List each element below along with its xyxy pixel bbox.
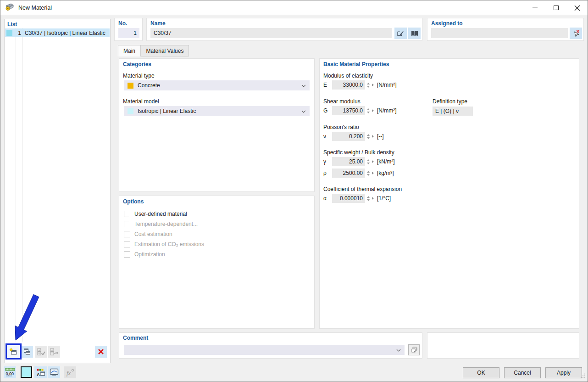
definition-type-field: E | (G) | ν — [433, 107, 473, 116]
resize-grip[interactable] — [581, 373, 586, 380]
apply-button[interactable]: Apply — [545, 367, 582, 378]
shear-row: G 13750.0 [N/mm²] — [323, 106, 397, 115]
formula-button[interactable]: fx — [64, 366, 76, 378]
minimize-button[interactable] — [524, 0, 545, 15]
gamma-row: γ 25.00 [kN/m³] — [323, 157, 395, 166]
material-color-swatch — [6, 30, 12, 36]
material-model-label: Material model — [123, 98, 159, 105]
list-item-material-1[interactable]: 1 C30/37 | Isotropic | Linear Elastic — [5, 28, 110, 37]
detach-arrow-icon[interactable] — [372, 197, 374, 200]
comment-title: Comment — [123, 335, 148, 341]
shear-input[interactable]: 13750.0 — [332, 106, 365, 115]
number-panel: No. 1 — [114, 18, 143, 41]
edit-pencil-icon — [397, 30, 405, 37]
spinner-arrows[interactable] — [367, 134, 370, 139]
spinner-arrows[interactable] — [367, 108, 370, 113]
model-color-swatch — [128, 108, 133, 114]
spinner-arrows[interactable] — [367, 196, 370, 201]
cancel-button[interactable]: Cancel — [504, 367, 541, 378]
symbol-G: G — [323, 107, 332, 114]
properties-title: Basic Material Properties — [323, 61, 389, 67]
chevron-down-icon — [301, 108, 306, 114]
options-title: Options — [123, 198, 144, 205]
detach-arrow-icon[interactable] — [372, 172, 374, 174]
modulus-row: E 33000.0 [N/mm²] — [323, 80, 397, 90]
detach-arrow-icon[interactable] — [372, 109, 374, 112]
spinner-arrows[interactable] — [367, 159, 370, 164]
ok-button[interactable]: OK — [463, 367, 499, 378]
checkbox-co2-estimation: Estimation of CO₂ emissions — [124, 241, 204, 248]
stacked-pages-icon — [410, 346, 418, 354]
thermal-input[interactable]: 0.000010 — [332, 194, 365, 203]
spinner-arrows[interactable] — [367, 171, 370, 176]
material-type-dropdown[interactable]: Concrete — [124, 80, 310, 90]
spinner-arrows[interactable] — [367, 83, 370, 88]
detach-arrow-icon[interactable] — [372, 160, 374, 163]
thermal-label: Coefficient of thermal expansion — [323, 186, 402, 192]
units-decimal-places-button[interactable]: 0,00 — [4, 366, 16, 378]
titlebar: New Material — [0, 0, 588, 15]
shear-unit: [N/mm²] — [377, 107, 397, 114]
copy-material-button[interactable] — [21, 346, 33, 358]
gamma-input[interactable]: 25.00 — [332, 157, 365, 166]
material-color-picker-button[interactable] — [21, 366, 32, 378]
tab-main[interactable]: Main — [118, 45, 141, 56]
concrete-color-swatch — [128, 83, 133, 89]
invert-selection-button[interactable] — [48, 346, 60, 358]
detach-arrow-icon[interactable] — [372, 135, 374, 138]
checkboxes-refresh-icon — [50, 348, 58, 355]
checkbox-cost-estimation: Cost estimation — [124, 230, 172, 238]
checkbox-icon — [124, 251, 130, 258]
color-scheme-icon: A — [36, 368, 45, 376]
select-assigned-objects-button[interactable] — [570, 28, 582, 39]
delete-material-button[interactable] — [95, 346, 107, 358]
assigned-to-field[interactable] — [431, 28, 568, 38]
material-name-field[interactable]: C30/37 — [150, 28, 392, 38]
list-column-divider — [22, 28, 22, 342]
select-all-button[interactable] — [35, 346, 47, 358]
checkbox-label: User-defined material — [134, 211, 187, 217]
gamma-unit: [kN/m³] — [377, 158, 395, 165]
list-column-divider — [16, 28, 16, 342]
comment-templates-button[interactable] — [408, 344, 420, 355]
list-header: List — [7, 21, 17, 28]
checkbox-icon[interactable] — [124, 211, 130, 217]
rho-unit: [kg/m³] — [377, 170, 394, 176]
symbol-nu: ν — [323, 133, 332, 140]
material-model-value: Isotropic | Linear Elastic — [138, 108, 196, 114]
thermal-row: α 0.000010 [1/°C] — [323, 194, 391, 203]
rename-material-button[interactable] — [394, 28, 407, 39]
comment-combobox[interactable] — [124, 345, 405, 355]
name-label: Name — [150, 20, 166, 27]
chevron-down-icon — [396, 347, 401, 353]
fx-function-icon: fx — [66, 368, 75, 376]
close-button[interactable] — [566, 0, 588, 15]
name-panel: Name C30/37 — [146, 18, 422, 41]
comment-group: Comment — [119, 332, 422, 359]
display-colors-button[interactable]: A — [34, 366, 47, 378]
checkbox-label: Estimation of CO₂ emissions — [134, 241, 204, 247]
material-model-dropdown[interactable]: Isotropic | Linear Elastic — [124, 106, 310, 116]
decimal-places-icon: 0,00 — [5, 367, 16, 377]
poisson-input[interactable]: 0.200 — [332, 132, 365, 141]
weight-label: Specific weight / Bulk density — [323, 149, 394, 156]
symbol-E: E — [323, 82, 332, 88]
material-number-field[interactable]: 1 — [118, 28, 139, 38]
detach-arrow-icon[interactable] — [372, 84, 374, 86]
svg-text:0,00: 0,00 — [6, 371, 14, 376]
rho-input[interactable]: 2500.00 — [332, 169, 365, 178]
rendering-button[interactable] — [48, 366, 60, 378]
categories-title: Categories — [123, 61, 151, 67]
checkbox-optimization: Optimization — [124, 251, 165, 258]
modulus-input[interactable]: 33000.0 — [332, 80, 365, 90]
maximize-button[interactable] — [545, 0, 566, 15]
checkbox-user-defined-material[interactable]: User-defined material — [124, 210, 187, 218]
window-title: New Material — [18, 5, 52, 11]
thermal-unit: [1/°C] — [377, 195, 391, 202]
rho-row: ρ 2500.00 [kg/m³] — [323, 169, 394, 178]
tab-material-values[interactable]: Material Values — [141, 45, 189, 56]
material-library-button[interactable] — [408, 28, 421, 39]
checkbox-label: Temperature-dependent... — [134, 221, 198, 227]
delete-x-icon — [98, 348, 104, 355]
symbol-rho: ρ — [323, 170, 332, 176]
